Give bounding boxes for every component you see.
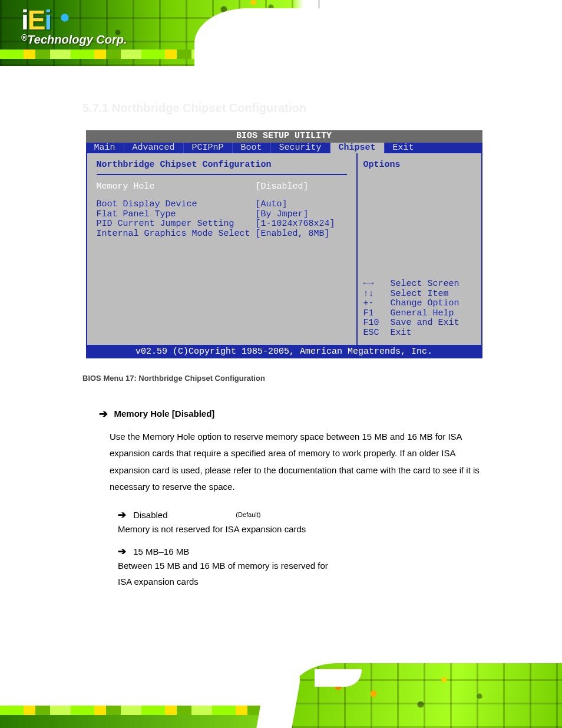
bios-screenshot: BIOS SETUP UTILITY Main Advanced PCIPnP …: [86, 130, 482, 358]
document-title: NANO-LX EPIC SBC: [366, 35, 474, 48]
option-desc: Memory is not reserved for ISA expansion…: [118, 521, 342, 537]
bios-key: F10: [363, 318, 391, 328]
bios-tab-advanced[interactable]: Advanced: [124, 143, 183, 154]
top-banner: iEi ®Technology Corp. NANO-LX EPIC SBC: [0, 0, 562, 66]
bios-tabs: Main Advanced PCIPnP Boot Security Chips…: [86, 143, 482, 154]
bios-row-pid-jumper[interactable]: PID Current Jumper Setting [1-1024x768x2…: [97, 219, 347, 229]
option-desc: Between 15 MB and 16 MB of memory is res…: [118, 558, 342, 589]
setting-item: ➔ Memory Hole [Disabled] Use the Memory …: [99, 409, 497, 496]
option-default: (Default): [236, 511, 306, 518]
bios-tab-security[interactable]: Security: [270, 143, 330, 154]
bios-key-desc: General Help: [391, 309, 454, 319]
bios-tab-pcipnp[interactable]: PCIPnP: [183, 143, 232, 154]
bios-row-boot-display[interactable]: Boot Display Device [Auto]: [97, 200, 347, 210]
bios-title: BIOS SETUP UTILITY: [86, 130, 482, 143]
figure-caption: BIOS Menu 17: Northbridge Chipset Config…: [82, 374, 497, 383]
bios-key-desc: Select Screen: [391, 279, 459, 289]
bios-key-desc: Exit: [391, 328, 412, 338]
arrow-icon: ➔: [118, 545, 131, 558]
setting-title: Memory Hole [Disabled]: [114, 409, 214, 419]
bios-label: Flat Panel Type: [97, 210, 256, 220]
bios-left-pane: Northbridge Chipset Configuration Memory…: [87, 153, 358, 345]
top-stripe: [0, 50, 562, 59]
bios-row-memory-hole[interactable]: Memory Hole [Disabled]: [97, 182, 347, 192]
bios-row-flat-panel[interactable]: Flat Panel Type [By Jmper]: [97, 210, 347, 220]
bios-footer: v02.59 (C)Copyright 1985-2005, American …: [86, 346, 482, 358]
main-content: 5.7.1 Northbridge Chipset Configuration …: [0, 66, 562, 589]
bios-label: Boot Display Device: [97, 200, 256, 210]
setting-description: Use the Memory Hole option to reserve me…: [110, 429, 497, 496]
bios-help: ←→Select Screen ↑↓Select Item +-Change O…: [363, 279, 475, 338]
bios-options-title: Options: [363, 160, 475, 170]
bios-key: ↑↓: [363, 289, 391, 299]
bios-label: Memory Hole: [97, 182, 256, 192]
bios-row-graphics-mode[interactable]: Internal Graphics Mode Select [Enabled, …: [97, 229, 347, 239]
option-row: ➔ 15 MB–16 MB Between 15 MB and 16 MB of…: [118, 545, 497, 589]
bios-body: Northbridge Chipset Configuration Memory…: [86, 153, 482, 346]
bios-label: PID Current Jumper Setting: [97, 219, 256, 229]
bios-key: ESC: [363, 328, 391, 338]
option-row: ➔ Disabled (Default) Memory is not reser…: [118, 509, 497, 537]
bios-label: Internal Graphics Mode Select: [97, 229, 256, 239]
bios-tab-chipset[interactable]: Chipset: [330, 143, 384, 154]
bios-key-desc: Select Item: [391, 289, 449, 299]
bios-section-title: Northbridge Chipset Configuration: [97, 160, 347, 175]
bios-value: [By Jmper]: [256, 210, 309, 220]
bios-value: [Enabled, 8MB]: [256, 229, 330, 239]
bios-key: ←→: [363, 279, 391, 289]
bios-key: +-: [363, 299, 391, 309]
option-name: 15 MB–16 MB: [133, 546, 233, 556]
arrow-icon: ➔: [118, 509, 131, 521]
bios-tab-exit[interactable]: Exit: [384, 143, 422, 154]
bios-key-desc: Change Option: [391, 299, 459, 309]
bios-right-pane: Options ←→Select Screen ↑↓Select Item +-…: [358, 153, 481, 345]
bios-tab-boot[interactable]: Boot: [232, 143, 270, 154]
bios-tab-main[interactable]: Main: [86, 143, 124, 154]
bios-value: [Disabled]: [256, 182, 309, 192]
bios-key-desc: Save and Exit: [391, 318, 459, 328]
option-name: Disabled: [133, 510, 233, 520]
arrow-icon: ➔: [99, 409, 108, 419]
bottom-banner: [0, 663, 562, 728]
page-heading: 5.7.1 Northbridge Chipset Configuration: [82, 101, 497, 115]
bios-value: [1-1024x768x24]: [256, 219, 335, 229]
brand-logo: iEi ®Technology Corp.: [21, 9, 127, 47]
bios-value: [Auto]: [256, 200, 287, 210]
bios-key: F1: [363, 309, 391, 319]
